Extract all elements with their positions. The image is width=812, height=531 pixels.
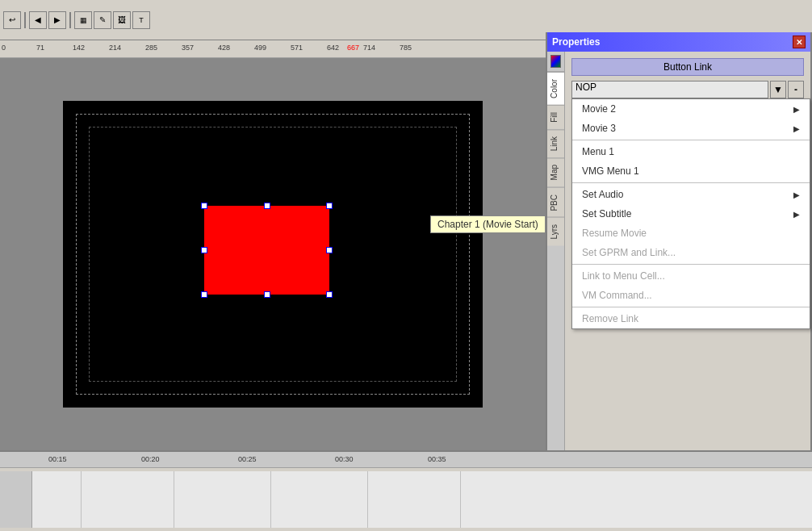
canvas-black[interactable]: Chapter 1 (Movie Start) bbox=[63, 101, 483, 408]
canvas-area: Chapter 1 (Movie Start) bbox=[0, 58, 546, 450]
handle-mr[interactable] bbox=[326, 247, 333, 253]
menu-item-set-subtitle-arrow: ▶ bbox=[793, 210, 800, 219]
tab-fill[interactable]: Fill bbox=[547, 105, 564, 129]
toolbar-sep-1 bbox=[24, 12, 26, 28]
menu-item-movie2[interactable]: Movie 2 ▶ bbox=[572, 99, 810, 119]
dropdown-menu: Movie 2 ▶ Movie 3 ▶ Menu 1 VMG Menu 1 Se… bbox=[571, 98, 810, 329]
toolbar-btn-right[interactable]: ▶ bbox=[48, 11, 66, 29]
handle-tl[interactable] bbox=[201, 203, 207, 209]
timeline-area: 00:15 00:20 00:25 00:30 00:35 bbox=[0, 450, 812, 531]
menu-item-vmg-menu1[interactable]: VMG Menu 1 bbox=[572, 161, 810, 181]
properties-titlebar: Properties ✕ bbox=[547, 32, 810, 52]
handle-bm[interactable] bbox=[264, 291, 270, 298]
menu-item-vm-command: VM Command... bbox=[572, 286, 810, 305]
tab-lyrs[interactable]: Lyrs bbox=[547, 217, 564, 246]
button-link-label: Button Link bbox=[571, 58, 804, 76]
tab-map[interactable]: Map bbox=[547, 157, 564, 186]
menu-sep-1 bbox=[572, 140, 810, 140]
timeline-ruler: 00:15 00:20 00:25 00:30 00:35 bbox=[0, 452, 812, 468]
menu-item-menu1-label: Menu 1 bbox=[582, 146, 614, 157]
menu-item-set-subtitle[interactable]: Set Subtitle ▶ bbox=[572, 204, 810, 224]
toolbar-btn-left[interactable]: ◀ bbox=[29, 11, 47, 29]
handle-tr[interactable] bbox=[326, 203, 333, 209]
close-button[interactable]: ✕ bbox=[793, 36, 806, 48]
handle-bl[interactable] bbox=[201, 291, 207, 298]
menu-item-movie2-label: Movie 2 bbox=[582, 103, 616, 115]
menu-sep-2 bbox=[572, 182, 810, 183]
handle-tm[interactable] bbox=[264, 203, 270, 209]
menu-item-set-subtitle-label: Set Subtitle bbox=[582, 208, 631, 220]
nop-select[interactable]: NOP bbox=[571, 81, 768, 98]
chapter-tooltip: Chapter 1 (Movie Start) bbox=[430, 215, 546, 233]
menu-item-set-gprm-label: Set GPRM and Link... bbox=[582, 247, 676, 258]
menu-item-movie2-arrow: ▶ bbox=[793, 105, 800, 114]
time-00-30: 00:30 bbox=[335, 455, 354, 463]
toolbar-sep-2 bbox=[69, 12, 71, 28]
menu-item-set-audio[interactable]: Set Audio ▶ bbox=[572, 185, 810, 204]
menu-item-movie3-arrow: ▶ bbox=[793, 124, 800, 133]
time-00-20: 00:20 bbox=[141, 455, 160, 463]
menu-item-set-audio-arrow: ▶ bbox=[793, 190, 800, 199]
nop-row: NOP ▼ - bbox=[571, 81, 804, 98]
handle-ml[interactable] bbox=[201, 247, 207, 253]
tab-link[interactable]: Link bbox=[547, 129, 564, 157]
menu-item-vmg-menu1-label: VMG Menu 1 bbox=[582, 165, 639, 177]
red-box[interactable] bbox=[204, 206, 329, 295]
toolbar-btn-image[interactable]: 🖼 bbox=[113, 11, 131, 29]
menu-item-resume-movie-label: Resume Movie bbox=[582, 228, 647, 239]
time-00-15: 00:15 bbox=[48, 455, 67, 463]
time-00-35: 00:35 bbox=[428, 455, 446, 463]
menu-item-set-audio-label: Set Audio bbox=[582, 189, 623, 200]
tab-color[interactable]: Color bbox=[547, 72, 564, 105]
toolbar-btn-undo[interactable]: ↩ bbox=[3, 11, 21, 29]
properties-title: Properties bbox=[552, 36, 600, 48]
tab-pbc[interactable]: PBC bbox=[547, 187, 564, 218]
menu-sep-3 bbox=[572, 264, 810, 265]
color-swatch-icon[interactable] bbox=[550, 55, 561, 68]
menu-item-link-menu-cell-label: Link to Menu Cell... bbox=[582, 270, 665, 282]
menu-item-movie3[interactable]: Movie 3 ▶ bbox=[572, 119, 810, 138]
menu-item-menu1[interactable]: Menu 1 bbox=[572, 142, 810, 161]
time-00-25: 00:25 bbox=[238, 455, 257, 463]
menu-item-set-gprm: Set GPRM and Link... bbox=[572, 243, 810, 262]
toolbar-btn-draw[interactable]: ✎ bbox=[94, 11, 111, 29]
menu-item-remove-link-label: Remove Link bbox=[582, 313, 638, 324]
menu-item-movie3-label: Movie 3 bbox=[582, 123, 616, 134]
menu-item-resume-movie: Resume Movie bbox=[572, 224, 810, 243]
menu-sep-4 bbox=[572, 307, 810, 307]
menu-item-vm-command-label: VM Command... bbox=[582, 290, 652, 301]
minus-button[interactable]: - bbox=[788, 81, 804, 98]
handle-br[interactable] bbox=[326, 291, 333, 298]
toolbar-btn-grid[interactable]: ▦ bbox=[74, 11, 92, 29]
dropdown-arrow-btn[interactable]: ▼ bbox=[770, 81, 786, 98]
toolbar-btn-text[interactable]: T bbox=[132, 11, 150, 29]
menu-item-remove-link: Remove Link bbox=[572, 309, 810, 328]
menu-item-link-menu-cell: Link to Menu Cell... bbox=[572, 266, 810, 286]
